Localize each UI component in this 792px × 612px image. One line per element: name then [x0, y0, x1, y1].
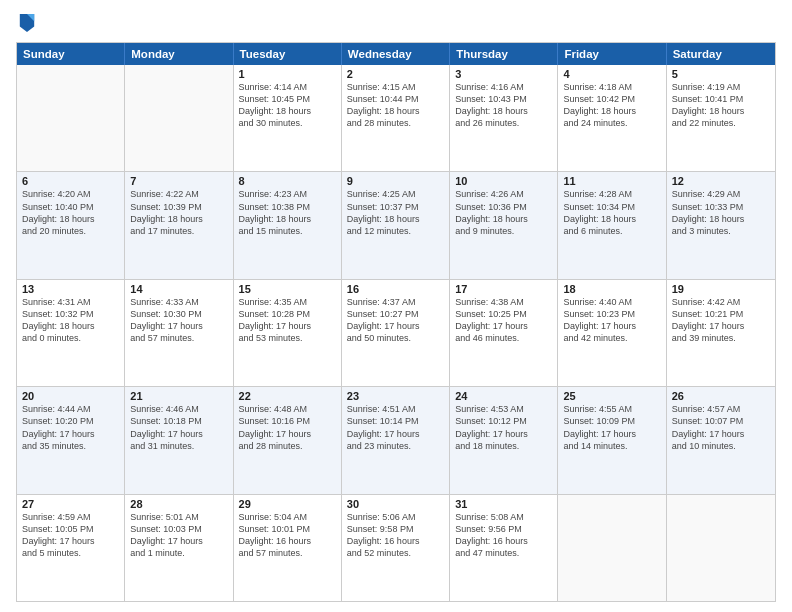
- calendar-cell-0-0: [17, 65, 125, 171]
- cell-daylight-info: Sunrise: 4:55 AMSunset: 10:09 PMDaylight…: [563, 403, 660, 452]
- day-number: 24: [455, 390, 552, 402]
- day-number: 28: [130, 498, 227, 510]
- calendar-cell-0-1: [125, 65, 233, 171]
- day-number: 7: [130, 175, 227, 187]
- calendar-row-1: 6Sunrise: 4:20 AMSunset: 10:40 PMDayligh…: [17, 172, 775, 279]
- cell-daylight-info: Sunrise: 5:04 AMSunset: 10:01 PMDaylight…: [239, 511, 336, 560]
- cell-daylight-info: Sunrise: 4:16 AMSunset: 10:43 PMDaylight…: [455, 81, 552, 130]
- calendar-cell-2-1: 14Sunrise: 4:33 AMSunset: 10:30 PMDaylig…: [125, 280, 233, 386]
- day-number: 26: [672, 390, 770, 402]
- calendar-cell-0-4: 3Sunrise: 4:16 AMSunset: 10:43 PMDayligh…: [450, 65, 558, 171]
- day-number: 8: [239, 175, 336, 187]
- day-number: 3: [455, 68, 552, 80]
- calendar-cell-1-0: 6Sunrise: 4:20 AMSunset: 10:40 PMDayligh…: [17, 172, 125, 278]
- day-number: 17: [455, 283, 552, 295]
- calendar-cell-2-2: 15Sunrise: 4:35 AMSunset: 10:28 PMDaylig…: [234, 280, 342, 386]
- cell-daylight-info: Sunrise: 4:57 AMSunset: 10:07 PMDaylight…: [672, 403, 770, 452]
- cell-daylight-info: Sunrise: 4:28 AMSunset: 10:34 PMDaylight…: [563, 188, 660, 237]
- calendar-cell-1-1: 7Sunrise: 4:22 AMSunset: 10:39 PMDayligh…: [125, 172, 233, 278]
- cell-daylight-info: Sunrise: 4:53 AMSunset: 10:12 PMDaylight…: [455, 403, 552, 452]
- day-number: 12: [672, 175, 770, 187]
- day-number: 31: [455, 498, 552, 510]
- logo: [16, 12, 40, 34]
- day-number: 29: [239, 498, 336, 510]
- cell-daylight-info: Sunrise: 4:38 AMSunset: 10:25 PMDaylight…: [455, 296, 552, 345]
- calendar-row-4: 27Sunrise: 4:59 AMSunset: 10:05 PMDaylig…: [17, 495, 775, 601]
- calendar-cell-0-3: 2Sunrise: 4:15 AMSunset: 10:44 PMDayligh…: [342, 65, 450, 171]
- day-number: 4: [563, 68, 660, 80]
- calendar-cell-2-6: 19Sunrise: 4:42 AMSunset: 10:21 PMDaylig…: [667, 280, 775, 386]
- day-number: 21: [130, 390, 227, 402]
- calendar-body: 1Sunrise: 4:14 AMSunset: 10:45 PMDayligh…: [17, 65, 775, 601]
- header-day-tuesday: Tuesday: [234, 43, 342, 65]
- calendar-cell-4-1: 28Sunrise: 5:01 AMSunset: 10:03 PMDaylig…: [125, 495, 233, 601]
- cell-daylight-info: Sunrise: 4:29 AMSunset: 10:33 PMDaylight…: [672, 188, 770, 237]
- calendar-cell-4-3: 30Sunrise: 5:06 AMSunset: 9:58 PMDayligh…: [342, 495, 450, 601]
- day-number: 13: [22, 283, 119, 295]
- logo-icon: [18, 12, 36, 34]
- calendar-cell-4-0: 27Sunrise: 4:59 AMSunset: 10:05 PMDaylig…: [17, 495, 125, 601]
- calendar-cell-4-2: 29Sunrise: 5:04 AMSunset: 10:01 PMDaylig…: [234, 495, 342, 601]
- day-number: 27: [22, 498, 119, 510]
- calendar-row-3: 20Sunrise: 4:44 AMSunset: 10:20 PMDaylig…: [17, 387, 775, 494]
- calendar-cell-4-4: 31Sunrise: 5:08 AMSunset: 9:56 PMDayligh…: [450, 495, 558, 601]
- day-number: 11: [563, 175, 660, 187]
- cell-daylight-info: Sunrise: 4:15 AMSunset: 10:44 PMDaylight…: [347, 81, 444, 130]
- cell-daylight-info: Sunrise: 4:44 AMSunset: 10:20 PMDaylight…: [22, 403, 119, 452]
- cell-daylight-info: Sunrise: 4:19 AMSunset: 10:41 PMDaylight…: [672, 81, 770, 130]
- cell-daylight-info: Sunrise: 4:23 AMSunset: 10:38 PMDaylight…: [239, 188, 336, 237]
- header-day-monday: Monday: [125, 43, 233, 65]
- calendar-cell-3-0: 20Sunrise: 4:44 AMSunset: 10:20 PMDaylig…: [17, 387, 125, 493]
- cell-daylight-info: Sunrise: 4:14 AMSunset: 10:45 PMDaylight…: [239, 81, 336, 130]
- header-day-wednesday: Wednesday: [342, 43, 450, 65]
- calendar: SundayMondayTuesdayWednesdayThursdayFrid…: [16, 42, 776, 602]
- calendar-cell-1-2: 8Sunrise: 4:23 AMSunset: 10:38 PMDayligh…: [234, 172, 342, 278]
- day-number: 16: [347, 283, 444, 295]
- cell-daylight-info: Sunrise: 4:46 AMSunset: 10:18 PMDaylight…: [130, 403, 227, 452]
- day-number: 5: [672, 68, 770, 80]
- calendar-cell-3-4: 24Sunrise: 4:53 AMSunset: 10:12 PMDaylig…: [450, 387, 558, 493]
- calendar-cell-2-3: 16Sunrise: 4:37 AMSunset: 10:27 PMDaylig…: [342, 280, 450, 386]
- calendar-cell-3-5: 25Sunrise: 4:55 AMSunset: 10:09 PMDaylig…: [558, 387, 666, 493]
- calendar-cell-1-6: 12Sunrise: 4:29 AMSunset: 10:33 PMDaylig…: [667, 172, 775, 278]
- day-number: 1: [239, 68, 336, 80]
- calendar-cell-2-0: 13Sunrise: 4:31 AMSunset: 10:32 PMDaylig…: [17, 280, 125, 386]
- cell-daylight-info: Sunrise: 5:08 AMSunset: 9:56 PMDaylight:…: [455, 511, 552, 560]
- cell-daylight-info: Sunrise: 4:40 AMSunset: 10:23 PMDaylight…: [563, 296, 660, 345]
- calendar-cell-2-5: 18Sunrise: 4:40 AMSunset: 10:23 PMDaylig…: [558, 280, 666, 386]
- day-number: 2: [347, 68, 444, 80]
- cell-daylight-info: Sunrise: 5:06 AMSunset: 9:58 PMDaylight:…: [347, 511, 444, 560]
- header-day-friday: Friday: [558, 43, 666, 65]
- header-day-thursday: Thursday: [450, 43, 558, 65]
- calendar-cell-0-6: 5Sunrise: 4:19 AMSunset: 10:41 PMDayligh…: [667, 65, 775, 171]
- cell-daylight-info: Sunrise: 4:51 AMSunset: 10:14 PMDaylight…: [347, 403, 444, 452]
- day-number: 14: [130, 283, 227, 295]
- day-number: 25: [563, 390, 660, 402]
- cell-daylight-info: Sunrise: 4:48 AMSunset: 10:16 PMDaylight…: [239, 403, 336, 452]
- day-number: 19: [672, 283, 770, 295]
- calendar-cell-0-2: 1Sunrise: 4:14 AMSunset: 10:45 PMDayligh…: [234, 65, 342, 171]
- cell-daylight-info: Sunrise: 4:31 AMSunset: 10:32 PMDaylight…: [22, 296, 119, 345]
- calendar-cell-2-4: 17Sunrise: 4:38 AMSunset: 10:25 PMDaylig…: [450, 280, 558, 386]
- cell-daylight-info: Sunrise: 4:59 AMSunset: 10:05 PMDaylight…: [22, 511, 119, 560]
- page-header: [16, 12, 776, 34]
- cell-daylight-info: Sunrise: 4:42 AMSunset: 10:21 PMDaylight…: [672, 296, 770, 345]
- cell-daylight-info: Sunrise: 4:35 AMSunset: 10:28 PMDaylight…: [239, 296, 336, 345]
- day-number: 23: [347, 390, 444, 402]
- calendar-cell-0-5: 4Sunrise: 4:18 AMSunset: 10:42 PMDayligh…: [558, 65, 666, 171]
- calendar-row-2: 13Sunrise: 4:31 AMSunset: 10:32 PMDaylig…: [17, 280, 775, 387]
- calendar-cell-1-3: 9Sunrise: 4:25 AMSunset: 10:37 PMDayligh…: [342, 172, 450, 278]
- cell-daylight-info: Sunrise: 4:25 AMSunset: 10:37 PMDaylight…: [347, 188, 444, 237]
- day-number: 18: [563, 283, 660, 295]
- calendar-cell-3-3: 23Sunrise: 4:51 AMSunset: 10:14 PMDaylig…: [342, 387, 450, 493]
- day-number: 9: [347, 175, 444, 187]
- day-number: 6: [22, 175, 119, 187]
- calendar-cell-4-5: [558, 495, 666, 601]
- header-day-saturday: Saturday: [667, 43, 775, 65]
- day-number: 20: [22, 390, 119, 402]
- day-number: 15: [239, 283, 336, 295]
- cell-daylight-info: Sunrise: 4:20 AMSunset: 10:40 PMDaylight…: [22, 188, 119, 237]
- header-day-sunday: Sunday: [17, 43, 125, 65]
- calendar-cell-3-2: 22Sunrise: 4:48 AMSunset: 10:16 PMDaylig…: [234, 387, 342, 493]
- cell-daylight-info: Sunrise: 4:26 AMSunset: 10:36 PMDaylight…: [455, 188, 552, 237]
